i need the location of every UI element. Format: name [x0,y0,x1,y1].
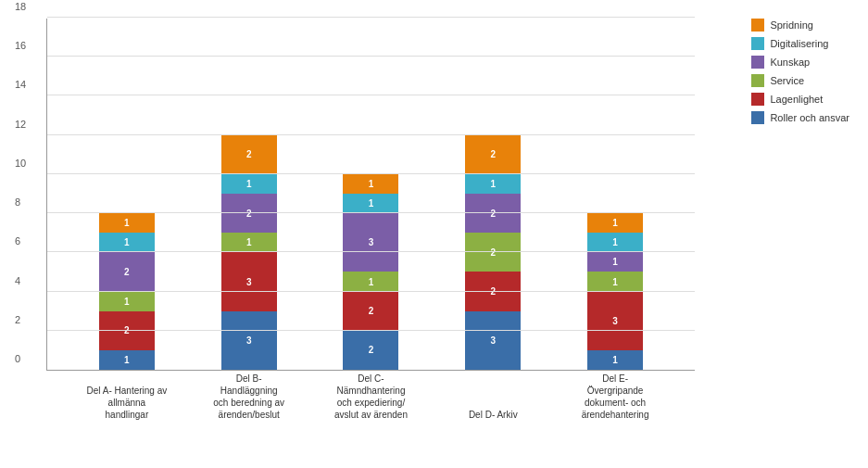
y-axis-label: 12 [15,119,26,130]
bar-segment-lagenlighet: 2 [99,311,155,350]
bar-segment-digitalisering: 1 [587,233,643,252]
bars-wrapper: 121211Del A- Hantering avallmänna handli… [47,19,695,370]
bar-label: Del B- Handläggningoch beredning avärend… [208,373,291,421]
grid-line [47,56,695,57]
bar-segment-kunskap: 2 [221,194,277,233]
grid-line [47,212,695,213]
bar-label: Del A- Hantering avallmänna handlingar [85,385,169,421]
legend-color-roller [751,111,764,124]
bar-segment-lagenlighet: 3 [587,292,643,350]
bar-segment-spridning: 2 [221,135,277,174]
y-axis-label: 14 [15,79,26,90]
grid-line [47,95,695,95]
legend-label-digitalisering: Digitalisering [770,38,828,49]
bar-segment-kunskap: 1 [587,252,643,272]
y-axis-label: 10 [15,158,26,169]
y-axis-label: 2 [15,314,20,325]
y-axis-label: 18 [15,1,26,12]
bar-segment-kunskap: 2 [465,194,521,233]
legend-color-service [751,74,764,87]
legend-item-kunskap: Kunskap [751,56,849,69]
grid-line [47,291,695,292]
legend-label-spridning: Spridning [770,19,812,31]
grid-line [47,17,695,18]
legend-item-spridning: Spridning [751,19,849,32]
bar-segment-digitalisering: 1 [221,174,277,194]
legend-label-lagenlighet: Lagenlighet [770,94,823,105]
bar-segment-service: 2 [465,233,521,272]
grid-line [47,134,695,135]
chart-container: 121211Del A- Hantering avallmänna handli… [0,0,868,468]
legend: SpridningDigitaliseringKunskapServiceLag… [751,19,849,124]
bar-segment-lagenlighet: 2 [343,292,398,331]
legend-label-service: Service [770,75,804,86]
bar-segment-digitalisering: 1 [465,174,521,194]
y-axis-label: 4 [15,275,20,286]
legend-color-lagenlighet [751,93,764,106]
legend-item-digitalisering: Digitalisering [751,37,849,50]
legend-color-digitalisering [751,37,764,50]
legend-label-kunskap: Kunskap [770,57,810,68]
bar-segment-roller: 3 [465,311,521,370]
legend-color-kunskap [751,56,764,69]
grid-line [47,173,695,174]
bar-segment-roller: 3 [221,311,277,370]
legend-item-lagenlighet: Lagenlighet [751,93,849,106]
grid-line [47,251,695,252]
bar-segment-roller: 1 [99,350,155,370]
bar-segment-digitalisering: 1 [343,194,398,213]
grid-line [47,330,695,331]
bar-segment-spridning: 1 [587,213,643,233]
bar-group: 331212Del B- Handläggningoch beredning a… [212,135,286,370]
bar-label: Del D- Arkiv [451,409,535,421]
legend-item-service: Service [751,74,849,87]
bar-label: Del E- Övergripandedokument- ochärendeha… [573,373,657,421]
y-axis-label: 16 [15,40,26,51]
bar-segment-roller: 1 [587,350,643,370]
bar-segment-service: 1 [587,272,643,291]
bar-segment-service: 1 [99,292,155,311]
bar-segment-spridning: 1 [343,174,398,194]
bar-segment-roller: 2 [343,331,398,370]
bar-group: 131111Del E- Övergripandedokument- ochär… [578,213,652,370]
legend-item-roller: Roller och ansvar [751,111,849,124]
bar-segment-kunskap: 3 [343,213,398,272]
bar-group: 121211Del A- Hantering avallmänna handli… [90,213,164,370]
bar-group: 221311Del C-Nämndhanteringoch expedierin… [333,174,408,370]
bar-segment-kunskap: 2 [99,252,155,291]
bar-group: 322212Del D- Arkiv [456,135,530,370]
legend-label-roller: Roller och ansvar [770,112,849,123]
y-axis-label: 8 [15,196,20,208]
bar-segment-service: 1 [221,233,277,252]
bar-segment-spridning: 1 [99,213,155,233]
bar-label: Del C-Nämndhanteringoch expediering/avsl… [329,373,412,421]
y-axis-label: 6 [15,235,20,247]
bar-segment-service: 1 [343,272,398,291]
legend-color-spridning [751,19,764,32]
bar-segment-lagenlighet: 3 [221,252,277,310]
bar-segment-digitalisering: 1 [99,233,155,252]
bar-segment-lagenlighet: 2 [465,272,521,310]
bar-segment-spridning: 2 [465,135,521,174]
chart-area: 121211Del A- Hantering avallmänna handli… [46,19,695,371]
y-axis-label: 0 [15,353,20,364]
